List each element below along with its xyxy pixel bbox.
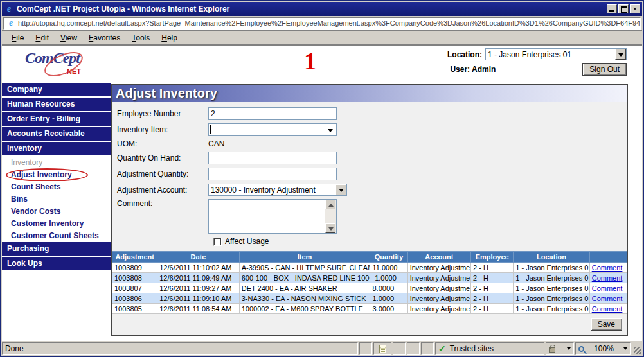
sidebar-sub-adjust-inventory[interactable]: Adjust Inventory: [2, 169, 111, 181]
page-title: Adjust Inventory: [112, 85, 627, 102]
table-row: 1003806 12/6/2011 11:09:10 AM 3-NA330 - …: [112, 293, 627, 304]
status-doc-panel: [373, 342, 391, 355]
comment-link[interactable]: Comment: [592, 295, 623, 302]
col-comment: [589, 252, 627, 263]
sidebar-item-inventory[interactable]: Inventory: [2, 142, 111, 155]
sign-out-button[interactable]: Sign Out: [582, 63, 627, 76]
cell-employee: 2 - H: [471, 273, 514, 283]
comment-textarea[interactable]: [208, 199, 337, 234]
sidebar-sub-customer-inventory[interactable]: Customer Inventory: [2, 218, 111, 230]
location-dropdown-arrow-icon[interactable]: [615, 49, 626, 60]
sidebar-item-look-ups[interactable]: Look Ups: [2, 257, 111, 270]
cell-date: 12/6/2011 11:09:27 AM: [157, 283, 239, 293]
cell-item: A-3990S - CAN - HI TEMP SURF. CLEANER: [239, 263, 370, 273]
comment-link[interactable]: Comment: [592, 274, 623, 282]
cell-quantity: 3.0000: [370, 304, 407, 314]
comment-label: Comment:: [117, 199, 208, 208]
resize-grip[interactable]: [632, 342, 642, 355]
location-select-value: 1 - Jason Enterprises 01: [486, 50, 615, 59]
page-content: ComCept .NET 1 Location: 1 - Jason Enter…: [2, 46, 642, 341]
cell-account: Inventory Adjustment: [407, 283, 470, 293]
sidebar-item-company[interactable]: Company: [2, 83, 111, 96]
zoom-dropdown-arrow-icon[interactable]: [623, 347, 627, 350]
col-location: Location: [514, 252, 589, 263]
cell-date: 12/6/2011 11:08:54 AM: [157, 304, 239, 314]
cell-location: 1 - Jason Enterprises 01: [514, 273, 589, 283]
comment-link[interactable]: Comment: [592, 264, 623, 272]
location-label: Location:: [447, 50, 482, 59]
sidebar-sub-bins[interactable]: Bins: [2, 193, 111, 205]
adjustment-quantity-label: Adjustment Quantity:: [117, 170, 208, 178]
user-label: User: Admin: [450, 65, 496, 74]
sidebar-sub-adjust-inventory-label: Adjust Inventory: [11, 170, 72, 179]
sidebar-sub-inventory: Inventory: [2, 157, 111, 169]
maximize-button[interactable]: [618, 4, 629, 13]
employee-number-field[interactable]: [208, 107, 337, 120]
title-bar: e ComCept .NET Project Utopia - Windows …: [2, 2, 642, 16]
cell-account: Inventory Adjustment: [407, 263, 470, 273]
sidebar-sub-customer-count-sheets[interactable]: Customer Count Sheets: [2, 230, 111, 242]
col-adjustment: Adjustment: [112, 252, 157, 263]
quantity-on-hand-field[interactable]: [208, 152, 337, 164]
affect-usage-checkbox[interactable]: [213, 238, 222, 246]
comcept-logo: ComCept .NET: [25, 49, 96, 79]
annotation-number: 1: [304, 47, 316, 75]
page-header: ComCept .NET 1 Location: 1 - Jason Enter…: [2, 46, 642, 83]
menu-favorites[interactable]: Favorites: [83, 32, 126, 44]
menu-tools[interactable]: Tools: [126, 32, 156, 44]
comment-link[interactable]: Comment: [592, 305, 623, 313]
cell-location: 1 - Jason Enterprises 01: [514, 283, 589, 293]
window-title: ComCept .NET Project Utopia - Windows In…: [17, 4, 605, 13]
cell-item: DET 2400 - EA - AIR SHAKER: [239, 283, 370, 293]
menu-help[interactable]: Help: [156, 32, 183, 44]
affect-usage-label: Affect Usage: [225, 237, 269, 246]
close-button[interactable]: ×: [630, 4, 640, 13]
cell-employee: 2 - H: [471, 263, 514, 273]
inventory-item-dropdown-arrow-icon[interactable]: [328, 129, 333, 132]
location-select[interactable]: 1 - Jason Enterprises 01: [485, 48, 627, 60]
sidebar-item-purchasing[interactable]: Purchasing: [2, 242, 111, 256]
cell-adjustment: 1003805: [112, 304, 157, 314]
adjustment-account-select[interactable]: 130000 - Inventory Adjustment: [208, 184, 347, 196]
zoom-level: 100%: [594, 344, 614, 353]
sidebar-item-order-entry-billing[interactable]: Order Entry - Billing: [2, 112, 111, 126]
minimize-button[interactable]: [607, 4, 617, 13]
comment-link[interactable]: Comment: [592, 284, 623, 292]
save-button[interactable]: Save: [591, 318, 622, 331]
adjustments-table: Adjustment Date Item Quantity Account Em…: [112, 251, 627, 314]
sidebar-item-human-resources[interactable]: Human Resources: [2, 98, 111, 111]
adjustment-account-dropdown-arrow-icon[interactable]: [335, 184, 346, 195]
trusted-sites-label: Trusted sites: [450, 344, 494, 353]
protected-mode-panel[interactable]: [546, 342, 574, 355]
cell-quantity: 1.0000: [370, 293, 407, 304]
scroll-down-icon[interactable]: [325, 223, 335, 233]
inventory-item-combobox[interactable]: [208, 123, 337, 136]
table-row: 1003809 12/6/2011 11:10:02 AM A-3990S - …: [112, 263, 627, 273]
zoom-control[interactable]: 100%: [575, 342, 631, 355]
sidebar-sub-count-sheets[interactable]: Count Sheets: [2, 181, 111, 193]
cell-date: 12/6/2011 11:09:10 AM: [157, 293, 239, 304]
cell-quantity: 11.0000: [370, 263, 407, 273]
menu-edit[interactable]: Edit: [30, 32, 55, 44]
url-text: http://utopia.hq.comcept.net/default.asp…: [18, 19, 641, 27]
adjust-inventory-form: Employee Number Inventory Item: UOM: CAN: [112, 102, 627, 251]
menu-bar: File Edit View Favorites Tools Help: [2, 31, 642, 46]
employee-number-label: Employee Number: [117, 109, 208, 118]
col-item: Item: [239, 252, 370, 263]
status-bar: Done ✓ Trusted sites 100%: [2, 341, 642, 355]
status-panel: [359, 342, 372, 355]
sidebar-item-accounts-receivable[interactable]: Accounts Receivable: [2, 127, 111, 141]
menu-file[interactable]: File: [6, 32, 30, 44]
menu-view[interactable]: View: [55, 32, 83, 44]
url-field[interactable]: e http://utopia.hq.comcept.net/default.a…: [3, 17, 641, 30]
magnifier-icon: [578, 346, 584, 352]
trusted-check-icon: ✓: [438, 344, 446, 354]
adjustment-quantity-field[interactable]: [208, 168, 337, 180]
comment-scrollbar[interactable]: [325, 200, 336, 233]
cell-adjustment: 1003806: [112, 293, 157, 304]
zone-dropdown-arrow-icon[interactable]: [567, 347, 571, 350]
security-zone-panel: ✓ Trusted sites: [435, 342, 544, 355]
sidebar-sub-vendor-costs[interactable]: Vendor Costs: [2, 205, 111, 218]
scroll-up-icon[interactable]: [325, 200, 335, 209]
cell-employee: 2 - H: [471, 304, 514, 314]
